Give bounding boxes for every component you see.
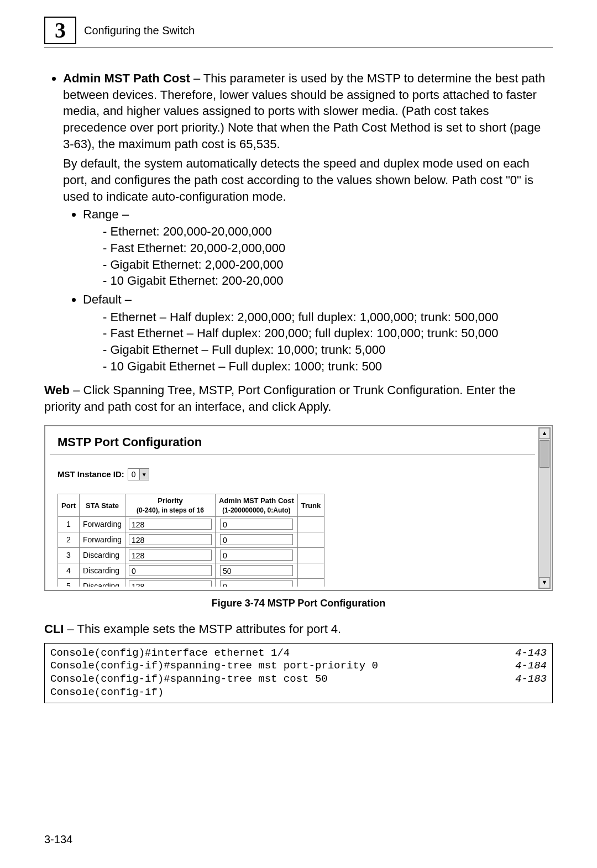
admin-cost-desc2: By default, the system automatically det… — [63, 156, 533, 203]
cli-reference: 4-143 — [515, 647, 547, 660]
col-cost-top: Admin MST Path Cost — [219, 496, 294, 505]
cell-cost: 0 — [216, 532, 298, 548]
cell-trunk — [297, 532, 324, 548]
cell-cost: 0 — [216, 578, 298, 587]
cell-sta: Discarding — [80, 578, 125, 587]
range-item: Gigabit Ethernet: 2,000-200,000 — [103, 257, 553, 273]
col-cost-sub: (1-200000000, 0:Auto) — [219, 506, 294, 515]
cell-port: 5 — [58, 578, 80, 587]
cell-priority: 128 — [125, 578, 216, 587]
mstp-config-panel: MSTP Port Configuration MST Instance ID:… — [44, 425, 553, 591]
col-priority-top: Priority — [158, 496, 183, 505]
table-row: 1Forwarding1280 — [58, 517, 324, 532]
default-item: Ethernet – Half duplex: 2,000,000; full … — [103, 309, 553, 326]
default-item: 10 Gigabit Ethernet – Full duplex: 1000;… — [103, 358, 553, 375]
cost-input[interactable]: 0 — [220, 519, 293, 530]
table-row: 5Discarding1280 — [58, 578, 324, 587]
cli-reference: 4-184 — [515, 660, 547, 673]
cell-sta: Discarding — [80, 547, 125, 563]
chapter-number-box: 3 — [44, 17, 76, 44]
scroll-track[interactable] — [539, 440, 550, 576]
cell-cost: 0 — [216, 517, 298, 532]
table-row: 3Discarding1280 — [58, 547, 324, 563]
mstp-port-table: Port STA State Priority (0-240), in step… — [57, 494, 324, 586]
cell-port: 3 — [58, 547, 80, 563]
default-item: Fast Ethernet – Half duplex: 200,000; fu… — [103, 325, 553, 342]
cell-sta: Forwarding — [80, 517, 125, 532]
cell-cost: 0 — [216, 547, 298, 563]
default-item: Gigabit Ethernet – Full duplex: 10,000; … — [103, 342, 553, 358]
panel-title: MSTP Port Configuration — [57, 434, 535, 451]
cell-cost: 50 — [216, 563, 298, 578]
figure-caption: Figure 3-74 MSTP Port Configuration — [44, 597, 553, 610]
cost-input[interactable]: 0 — [220, 550, 293, 561]
cli-label: CLI — [44, 622, 64, 636]
cell-priority: 128 — [125, 517, 216, 532]
cli-line: Console(config-if)#spanning-tree mst cos… — [50, 673, 547, 686]
chevron-down-icon[interactable]: ▼ — [139, 469, 149, 480]
cli-reference: 4-183 — [515, 673, 547, 686]
cell-priority: 128 — [125, 532, 216, 548]
priority-input[interactable]: 128 — [129, 519, 212, 530]
cell-port: 1 — [58, 517, 80, 532]
cell-priority: 0 — [125, 563, 216, 578]
page-header: 3 Configuring the Switch — [44, 17, 553, 44]
chapter-title: Configuring the Switch — [84, 24, 195, 37]
cli-line: Console(config)#interface ethernet 1/44-… — [50, 647, 547, 660]
panel-rule — [50, 454, 535, 455]
priority-input[interactable]: 128 — [129, 534, 212, 545]
cost-input[interactable]: 0 — [220, 534, 293, 545]
instance-label: MST Instance ID: — [57, 469, 124, 480]
cli-command: Console(config-if) — [50, 686, 164, 699]
range-item: Ethernet: 200,000-20,000,000 — [103, 223, 553, 240]
col-sta: STA State — [80, 494, 125, 517]
cell-sta: Discarding — [80, 563, 125, 578]
cell-trunk — [297, 578, 324, 587]
cell-trunk — [297, 563, 324, 578]
cell-trunk — [297, 547, 324, 563]
table-row: 2Forwarding1280 — [58, 532, 324, 548]
web-text: – Click Spanning Tree, MSTP, Port Config… — [44, 383, 516, 414]
cli-command: Console(config)#interface ethernet 1/4 — [50, 647, 290, 660]
default-bullet: Default – Ethernet – Half duplex: 2,000,… — [83, 291, 553, 374]
default-label: Default – — [83, 292, 132, 306]
web-paragraph: Web – Click Spanning Tree, MSTP, Port Co… — [44, 382, 553, 415]
instance-select[interactable]: 0 ▼ — [128, 468, 149, 480]
header-rule — [44, 48, 553, 48]
page-number: 3-134 — [44, 833, 72, 846]
scroll-thumb[interactable] — [540, 440, 549, 468]
col-priority-sub: (0-240), in steps of 16 — [129, 506, 212, 515]
cell-port: 4 — [58, 563, 80, 578]
cli-text: – This example sets the MSTP attributes … — [64, 622, 341, 636]
cli-command: Console(config-if)#spanning-tree mst por… — [50, 660, 378, 673]
scroll-down-icon[interactable]: ▼ — [539, 577, 550, 588]
instance-value: 0 — [128, 469, 139, 480]
col-priority: Priority (0-240), in steps of 16 — [125, 494, 216, 517]
cli-paragraph: CLI – This example sets the MSTP attribu… — [44, 621, 553, 637]
range-item: 10 Gigabit Ethernet: 200-20,000 — [103, 273, 553, 289]
col-port: Port — [58, 494, 80, 517]
admin-cost-label: Admin MST Path Cost — [63, 71, 190, 85]
cli-line: Console(config-if) — [50, 686, 547, 699]
vertical-scrollbar[interactable]: ▲ ▼ — [538, 427, 551, 589]
range-label: Range – — [83, 207, 129, 221]
cost-input[interactable]: 50 — [220, 565, 293, 576]
priority-input[interactable]: 128 — [129, 581, 212, 587]
cli-line: Console(config-if)#spanning-tree mst por… — [50, 660, 547, 673]
cell-port: 2 — [58, 532, 80, 548]
range-bullet: Range – Ethernet: 200,000-20,000,000 Fas… — [83, 206, 553, 289]
priority-input[interactable]: 0 — [129, 565, 212, 576]
cell-sta: Forwarding — [80, 532, 125, 548]
col-trunk: Trunk — [297, 494, 324, 517]
range-item: Fast Ethernet: 20,000-2,000,000 — [103, 240, 553, 257]
cli-command: Console(config-if)#spanning-tree mst cos… — [50, 673, 328, 686]
bullet-admin-cost: Admin MST Path Cost – This parameter is … — [63, 70, 553, 374]
scroll-up-icon[interactable]: ▲ — [539, 428, 550, 439]
cost-input[interactable]: 0 — [220, 581, 293, 587]
col-cost: Admin MST Path Cost (1-200000000, 0:Auto… — [216, 494, 298, 517]
table-row: 4Discarding050 — [58, 563, 324, 578]
cell-priority: 128 — [125, 547, 216, 563]
web-label: Web — [44, 383, 70, 397]
cli-code-block: Console(config)#interface ethernet 1/44-… — [44, 643, 553, 703]
priority-input[interactable]: 128 — [129, 550, 212, 561]
